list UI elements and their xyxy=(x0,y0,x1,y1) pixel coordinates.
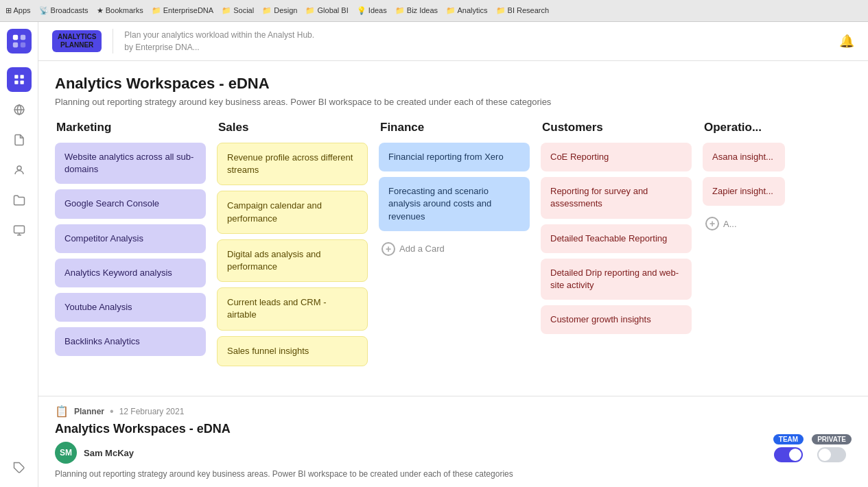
card-detailed-drip[interactable]: Detailed Drip reporting and web-site act… xyxy=(541,259,692,300)
browser-item[interactable]: 📁 Analytics xyxy=(446,6,487,15)
add-card-operations-icon: + xyxy=(705,217,719,230)
column-marketing: Marketing Website analytics across all s… xyxy=(55,121,206,372)
browser-bar: ⊞ Apps 📡 Broadcasts ★ Bookmarks 📁 Enterp… xyxy=(0,0,868,22)
user-info: SM Sam McKay xyxy=(55,442,852,464)
logo-badge: ANALYTICS PLANNER xyxy=(52,30,102,52)
username: Sam McKay xyxy=(84,448,134,458)
header-divider xyxy=(113,29,113,54)
page-area: Analytics Workspaces - eDNA Planning out… xyxy=(38,61,868,396)
svg-rect-4 xyxy=(14,75,18,78)
app-logo xyxy=(7,29,32,54)
column-title-sales: Sales xyxy=(217,121,368,134)
card-coe-reporting[interactable]: CoE Reporting xyxy=(541,143,692,171)
card-analytics-keyword[interactable]: Analytics Keyword analysis xyxy=(55,259,206,287)
browser-item[interactable]: 📡 Broadcasts xyxy=(39,6,89,15)
card-backlinks-analytics[interactable]: Backlinks Analytics xyxy=(55,327,206,356)
sidebar xyxy=(0,22,38,487)
browser-item[interactable]: ⊞ Apps xyxy=(5,6,31,15)
card-website-analytics[interactable]: Website analytics across all sub-domains xyxy=(55,143,206,184)
header-subtitle: Plan your analytics workload within the … xyxy=(124,29,314,54)
private-toggle[interactable] xyxy=(817,447,846,462)
column-title-marketing: Marketing xyxy=(55,121,206,134)
svg-rect-0 xyxy=(12,35,17,40)
browser-item[interactable]: 📁 Design xyxy=(262,6,297,15)
column-title-customers: Customers xyxy=(541,121,692,134)
column-sales: Sales Revenue profile across different s… xyxy=(217,121,368,372)
svg-rect-2 xyxy=(12,43,17,47)
avatar: SM xyxy=(55,442,77,464)
toggle-thumb xyxy=(789,449,801,461)
team-label: TEAM xyxy=(773,434,804,444)
sidebar-icon-globe[interactable] xyxy=(7,97,32,122)
planner-icon: 📋 xyxy=(55,405,69,418)
add-card-operations[interactable]: + A... xyxy=(703,211,785,236)
private-toggle-group: PRIVATE xyxy=(812,434,852,462)
card-google-search-console[interactable]: Google Search Console xyxy=(55,189,206,218)
team-toggle[interactable] xyxy=(774,447,803,462)
meta-date: 12 February 2021 xyxy=(119,407,185,416)
sidebar-icon-tag[interactable] xyxy=(7,455,32,480)
svg-rect-1 xyxy=(20,35,25,40)
kanban-board: Marketing Website analytics across all s… xyxy=(55,121,852,377)
sidebar-icon-file[interactable] xyxy=(7,128,32,152)
browser-item[interactable]: 📁 BI Research xyxy=(496,6,550,15)
app-header: ANALYTICS PLANNER Plan your analytics wo… xyxy=(38,22,868,61)
bottom-panel: 📋 Planner • 12 February 2021 Analytics W… xyxy=(38,396,868,487)
card-current-leads[interactable]: Current leads and CRM - airtable xyxy=(217,287,368,330)
sidebar-icon-person[interactable] xyxy=(7,158,32,182)
toggle-area: TEAM PRIVATE xyxy=(773,434,852,462)
card-reporting-survey[interactable]: Reporting for survey and assessments xyxy=(541,177,692,218)
browser-item[interactable]: 📁 Biz Ideas xyxy=(395,6,438,15)
page-subtitle: Planning out reporting strategy around k… xyxy=(55,97,852,107)
card-asana-insight[interactable]: Asana insight... xyxy=(703,143,785,171)
card-competitor-analysis[interactable]: Competitor Analysis xyxy=(55,224,206,253)
sidebar-icon-monitor[interactable] xyxy=(7,218,32,243)
bottom-panel-title: Analytics Workspaces - eDNA xyxy=(55,422,852,436)
column-title-operations: Operatio... xyxy=(703,121,785,134)
card-detailed-teachable[interactable]: Detailed Teachable Reporting xyxy=(541,224,692,253)
card-campaign-calendar[interactable]: Campaign calendar and performance xyxy=(217,191,368,233)
svg-rect-10 xyxy=(14,226,24,233)
bottom-panel-meta: 📋 Planner • 12 February 2021 xyxy=(55,405,852,418)
svg-rect-5 xyxy=(20,75,23,78)
svg-point-9 xyxy=(17,166,21,170)
svg-rect-6 xyxy=(14,81,18,84)
card-zapier-insight[interactable]: Zapier insight... xyxy=(703,177,785,206)
add-card-finance[interactable]: + Add a Card xyxy=(379,237,530,261)
add-card-circle-icon: + xyxy=(382,242,395,256)
column-title-finance: Finance xyxy=(379,121,530,134)
card-forecasting[interactable]: Forecasting and scenario analysis around… xyxy=(379,177,530,231)
card-financial-reporting[interactable]: Financial reporting from Xero xyxy=(379,143,530,171)
browser-item[interactable]: ★ Bookmarks xyxy=(97,6,143,15)
svg-rect-7 xyxy=(20,81,23,84)
browser-item[interactable]: 📁 Global BI xyxy=(305,6,348,15)
toggle-thumb-private xyxy=(819,449,831,461)
card-customer-growth[interactable]: Customer growth insights xyxy=(541,305,692,334)
card-revenue-profile[interactable]: Revenue profile across different streams xyxy=(217,143,368,185)
card-sales-funnel[interactable]: Sales funnel insights xyxy=(217,336,368,366)
column-operations: Operatio... Asana insight... Zapier insi… xyxy=(703,121,785,372)
browser-item[interactable]: 📁 EnterpriseDNA xyxy=(152,6,213,15)
sidebar-icon-grid[interactable] xyxy=(7,67,32,92)
browser-item[interactable]: 📁 Social xyxy=(222,6,254,15)
column-customers: Customers CoE Reporting Reporting for su… xyxy=(541,121,692,372)
private-label: PRIVATE xyxy=(812,434,852,444)
card-youtube-analysis[interactable]: Youtube Analysis xyxy=(55,293,206,322)
sidebar-icon-folder[interactable] xyxy=(7,188,32,213)
meta-dot: • xyxy=(110,405,114,418)
column-finance: Finance Financial reporting from Xero Fo… xyxy=(379,121,530,372)
bottom-panel-description: Planning out reporting strategy around k… xyxy=(55,469,852,479)
card-digital-ads[interactable]: Digital ads analysis and performance xyxy=(217,239,368,282)
planner-label: Planner xyxy=(74,407,104,416)
bell-icon[interactable]: 🔔 xyxy=(839,34,854,49)
svg-rect-3 xyxy=(20,43,25,47)
browser-item[interactable]: 💡 Ideas xyxy=(357,6,387,15)
logo-area: ANALYTICS PLANNER xyxy=(52,30,102,52)
team-toggle-group: TEAM xyxy=(773,434,804,462)
page-title: Analytics Workspaces - eDNA xyxy=(55,75,852,93)
